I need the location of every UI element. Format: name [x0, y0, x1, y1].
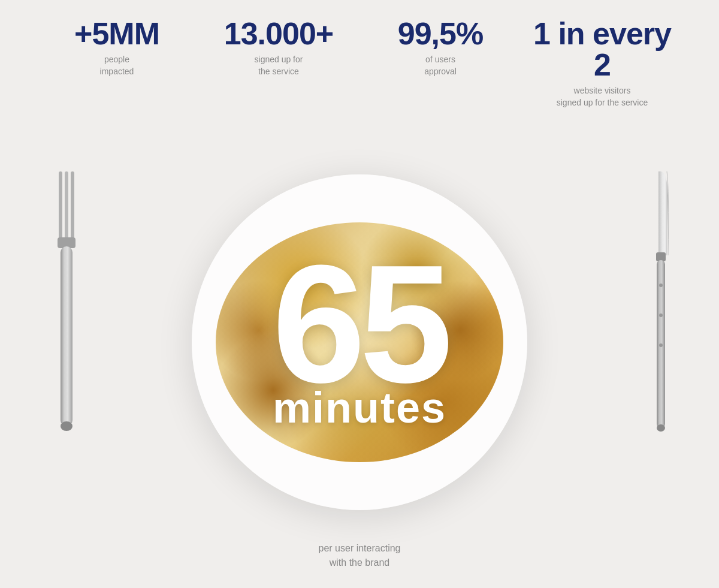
- bottom-label: per user interacting with the brand: [319, 541, 401, 570]
- food-image: [216, 222, 503, 462]
- stat-value-signedup: 13.000+: [198, 18, 360, 49]
- svg-rect-1: [65, 171, 68, 243]
- stat-label-oneintwo: website visitors signed up for the servi…: [521, 85, 683, 108]
- stat-signed-up: 13.000+ signed up for the service: [198, 18, 360, 77]
- stat-label-people: people impacted: [36, 54, 198, 77]
- stat-one-in-two: 1 in every 2 website visitors signed up …: [521, 18, 683, 108]
- svg-point-5: [61, 421, 72, 431]
- svg-rect-0: [59, 171, 62, 243]
- plate-wrapper: 65 minutes: [156, 138, 563, 546]
- stat-value-oneintwo: 1 in every 2: [521, 18, 683, 80]
- svg-point-8: [657, 424, 665, 432]
- main-area: 65 minutes: [0, 96, 719, 588]
- stat-value-approval: 99,5%: [360, 18, 521, 49]
- knife-icon: [644, 159, 674, 459]
- svg-rect-2: [71, 171, 74, 243]
- fork-icon: [47, 159, 86, 459]
- fork-container: [36, 78, 96, 540]
- stats-row: +5MM people impacted 13.000+ signed up f…: [0, 0, 719, 114]
- svg-rect-6: [656, 252, 666, 261]
- stat-label-signedup: signed up for the service: [198, 54, 360, 77]
- svg-point-9: [659, 284, 663, 287]
- svg-point-11: [659, 343, 663, 347]
- stat-label-approval: of users approval: [360, 54, 521, 77]
- stat-people-impacted: +5MM people impacted: [36, 18, 198, 77]
- knife-container: [635, 78, 683, 540]
- svg-rect-4: [61, 246, 72, 426]
- svg-point-10: [659, 313, 663, 317]
- food-background: [216, 222, 503, 462]
- stat-approval: 99,5% of users approval: [360, 18, 521, 77]
- stat-value-people: +5MM: [36, 18, 198, 49]
- bottom-label-text: per user interacting with the brand: [319, 541, 401, 570]
